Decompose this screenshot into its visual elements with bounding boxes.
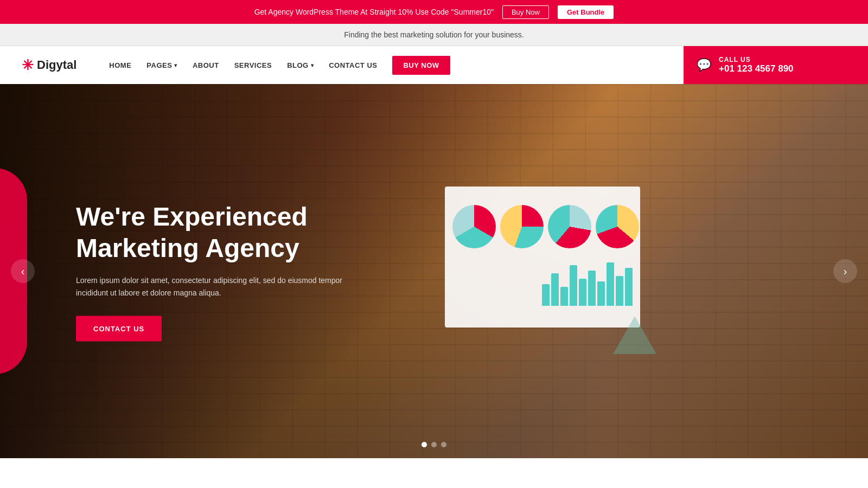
hero-content: We're Experienced Marketing Agency Lorem… [76, 201, 380, 342]
banner-text: Get Agency WordPress Theme At Straight 1… [254, 8, 494, 16]
nav-blog[interactable]: BLOG [287, 61, 314, 69]
bar-3 [560, 287, 568, 306]
top-banner: Get Agency WordPress Theme At Straight 1… [0, 0, 868, 24]
bar-9 [616, 276, 623, 306]
bar-chart [542, 257, 633, 306]
bar-8 [607, 262, 614, 306]
call-number: +01 123 4567 890 [719, 63, 794, 74]
buy-now-banner-button[interactable]: Buy Now [502, 5, 549, 19]
bar-6 [588, 271, 596, 306]
hero-subtitle: Lorem ipsum dolor sit amet, consectetur … [76, 274, 347, 299]
pie-chart-4 [596, 205, 639, 248]
bar-4 [570, 265, 577, 306]
bar-1 [542, 284, 550, 306]
prev-slide-button[interactable]: ‹ [11, 259, 35, 283]
slide-dots [422, 442, 446, 447]
slide-dot-2[interactable] [431, 442, 437, 447]
nav-about[interactable]: ABOUT [193, 61, 219, 69]
chart-display [445, 187, 640, 328]
bar-10 [625, 268, 633, 306]
call-info: CALL US +01 123 4567 890 [719, 56, 794, 74]
pie-chart-2 [500, 205, 544, 248]
pie-chart-3 [548, 205, 591, 248]
logo[interactable]: ✳ Digytal [22, 57, 76, 74]
buy-now-nav-button[interactable]: BUY NOW [392, 56, 450, 75]
next-slide-button[interactable]: › [833, 259, 857, 283]
hero-title: We're Experienced Marketing Agency [76, 201, 380, 264]
nav-services[interactable]: SERVICES [234, 61, 272, 69]
slide-dot-3[interactable] [441, 442, 446, 447]
nav-contact-us[interactable]: CONTACT US [329, 61, 377, 69]
pie-chart-1 [452, 205, 496, 248]
bar-5 [579, 279, 586, 306]
slide-dot-1[interactable] [422, 442, 427, 447]
sub-banner: Finding the best marketing solution for … [0, 24, 868, 46]
hero-section: We're Experienced Marketing Agency Lorem… [0, 84, 868, 458]
call-label: CALL US [719, 56, 794, 63]
chart-row-pies [452, 194, 633, 248]
contact-us-button[interactable]: CONTACT US [76, 316, 162, 341]
header: ✳ Digytal HOME PAGES ABOUT SERVICES BLOG… [0, 46, 868, 84]
chat-icon: 💬 [697, 58, 711, 72]
bar-7 [597, 281, 605, 306]
get-bundle-button[interactable]: Get Bundle [558, 5, 614, 19]
logo-star-icon: ✳ [22, 57, 34, 74]
bar-2 [551, 273, 559, 306]
sub-banner-text: Finding the best marketing solution for … [344, 30, 524, 39]
nav-home[interactable]: HOME [109, 61, 131, 69]
triangle-decoration [613, 316, 656, 354]
call-section: 💬 CALL US +01 123 4567 890 [684, 46, 868, 84]
logo-text: Digytal [37, 58, 76, 72]
nav-pages[interactable]: PAGES [146, 61, 177, 69]
